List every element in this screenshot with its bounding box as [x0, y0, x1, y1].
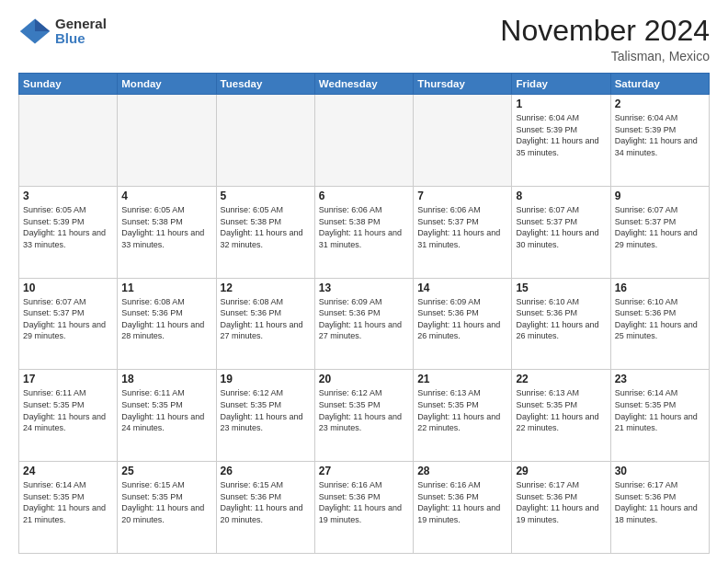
day-number: 1	[516, 98, 606, 110]
week-row-4: 24Sunrise: 6:14 AMSunset: 5:35 PMDayligh…	[19, 462, 710, 554]
day-info: Sunrise: 6:12 AMSunset: 5:35 PMDaylight:…	[319, 387, 409, 433]
header-row: SundayMondayTuesdayWednesdayThursdayFrid…	[19, 74, 710, 95]
calendar-cell	[216, 95, 314, 187]
calendar-cell: 21Sunrise: 6:13 AMSunset: 5:35 PMDayligh…	[414, 370, 512, 462]
day-info: Sunrise: 6:17 AMSunset: 5:36 PMDaylight:…	[615, 479, 705, 525]
calendar-cell: 13Sunrise: 6:09 AMSunset: 5:36 PMDayligh…	[314, 278, 413, 370]
logo-text: General Blue	[55, 17, 107, 47]
logo: General Blue	[18, 15, 107, 48]
calendar-cell: 12Sunrise: 6:08 AMSunset: 5:36 PMDayligh…	[216, 278, 314, 370]
day-info: Sunrise: 6:11 AMSunset: 5:35 PMDaylight:…	[23, 387, 113, 433]
week-row-2: 10Sunrise: 6:07 AMSunset: 5:37 PMDayligh…	[19, 278, 710, 370]
day-info: Sunrise: 6:08 AMSunset: 5:36 PMDaylight:…	[221, 296, 311, 342]
day-number: 22	[516, 373, 606, 385]
day-number: 24	[23, 465, 113, 477]
day-number: 8	[516, 190, 606, 202]
calendar-cell: 24Sunrise: 6:14 AMSunset: 5:35 PMDayligh…	[19, 462, 118, 554]
day-number: 30	[615, 465, 705, 477]
day-number: 19	[221, 373, 311, 385]
day-info: Sunrise: 6:09 AMSunset: 5:36 PMDaylight:…	[319, 296, 409, 342]
day-info: Sunrise: 6:13 AMSunset: 5:35 PMDaylight:…	[417, 387, 507, 433]
day-number: 18	[121, 373, 211, 385]
day-of-week-wednesday: Wednesday	[314, 74, 413, 95]
calendar-cell	[118, 95, 216, 187]
calendar-cell: 28Sunrise: 6:16 AMSunset: 5:36 PMDayligh…	[414, 462, 512, 554]
day-info: Sunrise: 6:05 AMSunset: 5:38 PMDaylight:…	[221, 204, 311, 250]
day-number: 23	[615, 373, 705, 385]
calendar-cell: 23Sunrise: 6:14 AMSunset: 5:35 PMDayligh…	[610, 370, 709, 462]
day-number: 29	[516, 465, 606, 477]
calendar-cell	[414, 95, 512, 187]
day-info: Sunrise: 6:07 AMSunset: 5:37 PMDaylight:…	[516, 204, 606, 250]
day-info: Sunrise: 6:15 AMSunset: 5:35 PMDaylight:…	[121, 479, 211, 525]
day-info: Sunrise: 6:16 AMSunset: 5:36 PMDaylight:…	[417, 479, 507, 525]
logo-icon	[18, 15, 51, 48]
day-info: Sunrise: 6:06 AMSunset: 5:38 PMDaylight:…	[319, 204, 409, 250]
calendar-cell: 9Sunrise: 6:07 AMSunset: 5:37 PMDaylight…	[610, 186, 709, 278]
day-info: Sunrise: 6:16 AMSunset: 5:36 PMDaylight:…	[319, 479, 409, 525]
header: General Blue November 2024 Talisman, Mex…	[18, 15, 710, 63]
day-info: Sunrise: 6:13 AMSunset: 5:35 PMDaylight:…	[516, 387, 606, 433]
day-number: 17	[23, 373, 113, 385]
calendar-cell: 8Sunrise: 6:07 AMSunset: 5:37 PMDaylight…	[512, 186, 610, 278]
day-number: 7	[417, 190, 507, 202]
day-number: 20	[319, 373, 409, 385]
calendar-cell: 14Sunrise: 6:09 AMSunset: 5:36 PMDayligh…	[414, 278, 512, 370]
day-number: 25	[121, 465, 211, 477]
logo-blue-text: Blue	[55, 31, 107, 47]
calendar-cell: 3Sunrise: 6:05 AMSunset: 5:39 PMDaylight…	[19, 186, 118, 278]
day-of-week-saturday: Saturday	[610, 74, 709, 95]
day-number: 13	[319, 282, 409, 294]
week-row-0: 1Sunrise: 6:04 AMSunset: 5:39 PMDaylight…	[19, 95, 710, 187]
logo-general-text: General	[55, 17, 107, 32]
calendar-cell: 1Sunrise: 6:04 AMSunset: 5:39 PMDaylight…	[512, 95, 610, 187]
calendar-cell: 27Sunrise: 6:16 AMSunset: 5:36 PMDayligh…	[314, 462, 413, 554]
week-row-1: 3Sunrise: 6:05 AMSunset: 5:39 PMDaylight…	[19, 186, 710, 278]
day-info: Sunrise: 6:10 AMSunset: 5:36 PMDaylight:…	[516, 296, 606, 342]
calendar-cell: 16Sunrise: 6:10 AMSunset: 5:36 PMDayligh…	[610, 278, 709, 370]
calendar-cell: 5Sunrise: 6:05 AMSunset: 5:38 PMDaylight…	[216, 186, 314, 278]
day-of-week-tuesday: Tuesday	[216, 74, 314, 95]
day-number: 28	[417, 465, 507, 477]
calendar-cell: 29Sunrise: 6:17 AMSunset: 5:36 PMDayligh…	[512, 462, 610, 554]
calendar-header: SundayMondayTuesdayWednesdayThursdayFrid…	[19, 74, 710, 95]
day-number: 12	[221, 282, 311, 294]
day-number: 16	[615, 282, 705, 294]
day-number: 21	[417, 373, 507, 385]
day-info: Sunrise: 6:04 AMSunset: 5:39 PMDaylight:…	[516, 112, 606, 158]
calendar-cell: 6Sunrise: 6:06 AMSunset: 5:38 PMDaylight…	[314, 186, 413, 278]
calendar-cell: 22Sunrise: 6:13 AMSunset: 5:35 PMDayligh…	[512, 370, 610, 462]
calendar-cell: 7Sunrise: 6:06 AMSunset: 5:37 PMDaylight…	[414, 186, 512, 278]
day-info: Sunrise: 6:07 AMSunset: 5:37 PMDaylight:…	[615, 204, 705, 250]
day-info: Sunrise: 6:08 AMSunset: 5:36 PMDaylight:…	[121, 296, 211, 342]
calendar-cell: 18Sunrise: 6:11 AMSunset: 5:35 PMDayligh…	[118, 370, 216, 462]
day-info: Sunrise: 6:05 AMSunset: 5:39 PMDaylight:…	[23, 204, 113, 250]
day-of-week-friday: Friday	[512, 74, 610, 95]
day-number: 9	[615, 190, 705, 202]
day-info: Sunrise: 6:04 AMSunset: 5:39 PMDaylight:…	[615, 112, 705, 158]
day-of-week-monday: Monday	[118, 74, 216, 95]
day-number: 2	[615, 98, 705, 110]
day-number: 27	[319, 465, 409, 477]
calendar-cell: 10Sunrise: 6:07 AMSunset: 5:37 PMDayligh…	[19, 278, 118, 370]
calendar-cell: 11Sunrise: 6:08 AMSunset: 5:36 PMDayligh…	[118, 278, 216, 370]
day-number: 10	[23, 282, 113, 294]
calendar-cell	[19, 95, 118, 187]
calendar-body: 1Sunrise: 6:04 AMSunset: 5:39 PMDaylight…	[19, 95, 710, 554]
calendar-cell: 17Sunrise: 6:11 AMSunset: 5:35 PMDayligh…	[19, 370, 118, 462]
day-of-week-sunday: Sunday	[19, 74, 118, 95]
calendar-cell: 25Sunrise: 6:15 AMSunset: 5:35 PMDayligh…	[118, 462, 216, 554]
day-info: Sunrise: 6:12 AMSunset: 5:35 PMDaylight:…	[221, 387, 311, 433]
day-info: Sunrise: 6:10 AMSunset: 5:36 PMDaylight:…	[615, 296, 705, 342]
day-info: Sunrise: 6:14 AMSunset: 5:35 PMDaylight:…	[23, 479, 113, 525]
day-number: 5	[221, 190, 311, 202]
day-info: Sunrise: 6:17 AMSunset: 5:36 PMDaylight:…	[516, 479, 606, 525]
day-number: 26	[221, 465, 311, 477]
month-title: November 2024	[500, 15, 710, 47]
calendar-cell: 30Sunrise: 6:17 AMSunset: 5:36 PMDayligh…	[610, 462, 709, 554]
day-number: 15	[516, 282, 606, 294]
calendar-cell: 20Sunrise: 6:12 AMSunset: 5:35 PMDayligh…	[314, 370, 413, 462]
calendar-cell: 15Sunrise: 6:10 AMSunset: 5:36 PMDayligh…	[512, 278, 610, 370]
day-info: Sunrise: 6:15 AMSunset: 5:36 PMDaylight:…	[221, 479, 311, 525]
day-info: Sunrise: 6:06 AMSunset: 5:37 PMDaylight:…	[417, 204, 507, 250]
